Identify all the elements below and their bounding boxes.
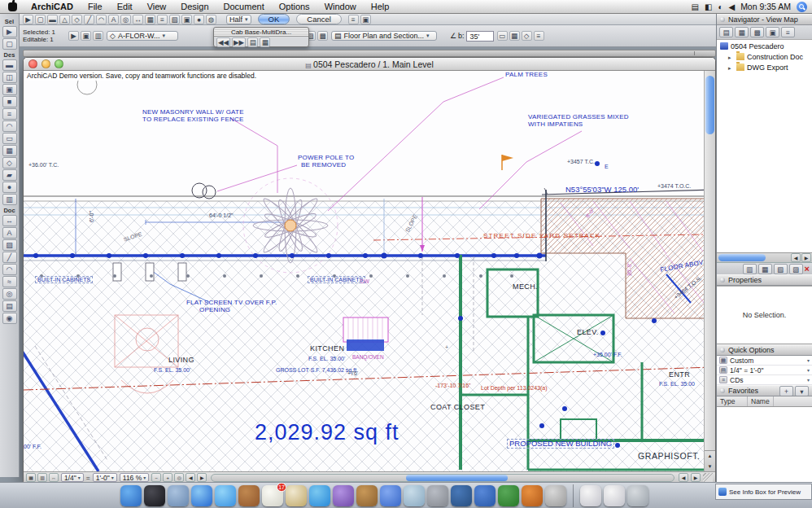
hatch-icon[interactable]: ▧: [169, 15, 180, 24]
gravity-icon[interactable]: ●: [194, 15, 204, 24]
favorites-header[interactable]: Favorites+▾: [717, 385, 812, 396]
quick-options-header[interactable]: Quick Options: [717, 344, 812, 356]
arc-tool[interactable]: ◠: [2, 264, 17, 275]
magnet-icon[interactable]: ◍: [206, 15, 216, 24]
quick-option-row[interactable]: ▤1/4" = 1'-0": [717, 366, 812, 375]
excel-icon[interactable]: [498, 485, 519, 506]
text-tool-icon[interactable]: A: [108, 15, 119, 24]
horizontal-scrollbar[interactable]: [211, 474, 674, 482]
marquee-tool[interactable]: ▢: [2, 38, 17, 50]
next-zoom-icon[interactable]: ▶: [197, 473, 207, 482]
floor-plan-canvas[interactable]: PALM TREESNEW MASONRY WALL W/ GATETO REP…: [24, 71, 704, 471]
parameter-b-value[interactable]: 35': [466, 31, 494, 42]
palette-list-icon[interactable]: ▦: [260, 37, 270, 47]
menu-item-archicad[interactable]: ArchiCAD: [24, 0, 81, 14]
chooser-icon[interactable]: ≡: [781, 27, 795, 37]
zoom-out-icon[interactable]: −: [151, 473, 161, 482]
layers-icon[interactable]: ≡: [157, 15, 168, 24]
hotspot-tool[interactable]: ◎: [2, 288, 17, 300]
curtain-wall-tool[interactable]: ▥: [2, 194, 17, 205]
fit-in-window-icon[interactable]: ↔: [49, 473, 59, 482]
navigator-scroll-thumb[interactable]: [718, 254, 766, 261]
add-favorite-icon[interactable]: +: [779, 386, 793, 396]
line-tool-icon[interactable]: ╱: [84, 15, 94, 24]
scroll-left-button[interactable]: [679, 473, 688, 482]
scroll-up-button[interactable]: [705, 451, 715, 462]
navigator-scroll-left[interactable]: [791, 253, 801, 262]
fill-tool-icon[interactable]: ▦: [145, 15, 155, 24]
favorites-list[interactable]: [717, 407, 812, 482]
layout-pages-icon[interactable]: ▦: [26, 473, 36, 482]
tree-item[interactable]: 0504 Pescadero: [717, 41, 812, 51]
zoom-button[interactable]: [55, 59, 63, 68]
more-options-icon[interactable]: ≡: [534, 31, 544, 41]
document-icon-2[interactable]: [604, 485, 625, 506]
menu-item-document[interactable]: Document: [216, 0, 272, 14]
object-tool[interactable]: ■: [2, 96, 17, 107]
disclosure-triangle-icon[interactable]: [728, 64, 734, 72]
zone-tool-icon[interactable]: ◇: [72, 15, 82, 24]
scrollbar-arrows[interactable]: [694, 51, 714, 55]
zoom-in-icon[interactable]: +: [163, 473, 172, 482]
wall-tool-icon[interactable]: ▬: [47, 15, 58, 24]
photoshop-icon[interactable]: [451, 485, 472, 506]
text-tool[interactable]: A: [2, 227, 17, 239]
roof-tool[interactable]: ◠: [2, 120, 17, 132]
imovie-icon[interactable]: [333, 485, 354, 506]
teamwork-icon[interactable]: ▣: [360, 15, 371, 24]
menu-item-help[interactable]: Help: [364, 0, 397, 14]
window-title-bar[interactable]: 0504 Pescadero / 1. Main Level: [24, 58, 715, 71]
column-tool[interactable]: ●: [2, 182, 17, 193]
zoom-level-dropdown[interactable]: 116 %: [120, 473, 150, 482]
word-icon[interactable]: [474, 485, 495, 506]
quick-option-row[interactable]: ▦Custom: [717, 356, 812, 366]
previous-favorite-button[interactable]: ◀◀: [216, 37, 230, 47]
mesh-tool[interactable]: ▦: [2, 145, 17, 156]
new-folder-icon[interactable]: ▥: [743, 264, 757, 274]
document-icon[interactable]: [580, 485, 601, 506]
ichat-icon[interactable]: [215, 485, 236, 506]
bluetooth-icon[interactable]: ◧: [705, 2, 712, 11]
hotspot-tool-icon[interactable]: ◎: [120, 15, 131, 24]
quicktime-icon[interactable]: [380, 485, 401, 506]
system-preferences-icon[interactable]: [427, 485, 448, 506]
mail-icon[interactable]: [168, 485, 189, 506]
preview-icon[interactable]: [404, 485, 425, 506]
half-size-dropdown[interactable]: Half: [226, 15, 251, 24]
favorites-column-name[interactable]: Name: [748, 396, 774, 406]
scale-denominator-dropdown[interactable]: 1'-0": [93, 473, 117, 482]
parameter-b-field[interactable]: ∠ b: 35': [450, 31, 494, 42]
magic-wand-icon[interactable]: ◇: [522, 31, 532, 41]
grid-snap-icon[interactable]: ▣: [181, 15, 192, 24]
delete-view-icon[interactable]: [805, 264, 810, 274]
airport-icon[interactable]: ◐: [718, 2, 723, 11]
view-dropdown[interactable]: ▤ Floor Plan and Section...: [331, 31, 437, 41]
next-favorite-button[interactable]: ▶▶: [232, 37, 246, 47]
menu-item-design[interactable]: Design: [173, 0, 216, 14]
trash-icon[interactable]: [627, 485, 648, 506]
palette-collapse-dot[interactable]: [720, 278, 725, 282]
displays-icon[interactable]: ▤: [691, 2, 698, 11]
menu-item-options[interactable]: Options: [272, 0, 317, 14]
palette-collapse-dot[interactable]: [720, 348, 725, 353]
close-button[interactable]: [28, 59, 37, 68]
default-settings-icon[interactable]: ▣: [81, 31, 91, 41]
wall-tool[interactable]: ▬: [2, 59, 17, 71]
minimize-button[interactable]: [41, 59, 50, 68]
pet-palette-icon[interactable]: ▥: [37, 473, 47, 482]
menu-clock[interactable]: Mon 9:35 AM: [740, 2, 791, 11]
offset-icon[interactable]: ▭: [497, 31, 508, 41]
marquee-tool-icon[interactable]: ▢: [35, 15, 46, 24]
layer-dropdown[interactable]: ◇ A-FLOR-W...: [107, 31, 178, 41]
camera-tool[interactable]: ◉: [2, 313, 17, 324]
vertical-scrollbar[interactable]: [704, 71, 715, 471]
menu-item-file[interactable]: File: [81, 0, 110, 14]
open-view-icon[interactable]: ▨: [789, 264, 803, 274]
beam-tool[interactable]: ▰: [2, 169, 17, 181]
quick-option-row[interactable]: ≡CDs: [717, 375, 812, 385]
geometry-method-icon[interactable]: ▩: [317, 31, 328, 41]
line-tool[interactable]: ╱: [2, 252, 17, 263]
optimal-zoom-icon[interactable]: ◎: [174, 473, 184, 482]
figure-tool[interactable]: ▤: [2, 300, 17, 312]
tree-item[interactable]: DWG Export: [717, 62, 812, 72]
